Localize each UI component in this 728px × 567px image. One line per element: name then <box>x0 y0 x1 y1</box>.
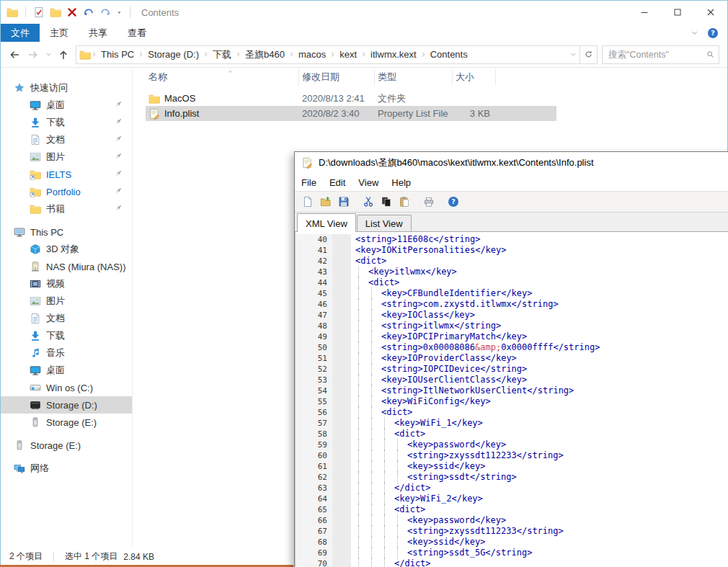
menu-Edit[interactable]: Edit <box>323 175 352 190</box>
sidebar-item-下载[interactable]: 下载 <box>1 327 132 344</box>
editor-tab-XML View[interactable]: XML View <box>297 213 356 232</box>
xml-text: </dict> <box>394 558 431 567</box>
fold-margin <box>332 537 351 548</box>
sidebar-item-下载[interactable]: 下载 <box>1 114 132 131</box>
toolbar-paste-button[interactable] <box>395 194 413 210</box>
toolbar-help-button[interactable] <box>444 194 462 210</box>
search-icon[interactable] <box>706 50 714 58</box>
breadcrumb-item[interactable]: 下载 <box>209 48 235 61</box>
explorer-titlebar: Contents <box>1 1 727 24</box>
sidebar-item-Storage (D:)[interactable]: Storage (D:) <box>1 396 132 414</box>
sidebar-item-Storage (E:)[interactable]: Storage (E:) <box>1 437 132 454</box>
folder-icon[interactable] <box>50 6 61 18</box>
menu-File[interactable]: File <box>295 175 323 190</box>
column-header-类型[interactable]: 类型 <box>375 69 453 85</box>
maximize-button[interactable] <box>661 1 694 24</box>
forward-button[interactable] <box>24 45 43 64</box>
ribbon-tab-文件[interactable]: 文件 <box>1 24 40 42</box>
minimize-icon <box>639 6 650 18</box>
sidebar-item-音乐[interactable]: 音乐 <box>1 344 132 362</box>
close-button[interactable] <box>694 1 727 24</box>
file-row-MacOS[interactable]: MacOS 2020/8/13 2:41 文件夹 <box>146 91 556 106</box>
line-number: 67 <box>296 526 332 537</box>
xml-text: <key>password</key> <box>407 439 506 450</box>
sidebar-item-Storage (E:)[interactable]: Storage (E:) <box>1 414 132 431</box>
file-modified: 2020/8/13 2:41 <box>299 93 375 104</box>
folder-link-icon <box>30 186 41 197</box>
column-header-大小[interactable]: 大小 <box>453 69 496 85</box>
sidebar-item-桌面[interactable]: 桌面 <box>1 97 132 114</box>
print-icon <box>423 196 435 207</box>
ribbon-tab-主页[interactable]: 主页 <box>40 24 79 42</box>
menu-Help[interactable]: Help <box>385 175 417 190</box>
ribbon-tab-共享[interactable]: 共享 <box>79 24 117 42</box>
caret-down-icon[interactable] <box>116 9 123 16</box>
ribbon-help-icon[interactable] <box>707 27 719 39</box>
toolbar-save-button[interactable] <box>334 194 352 210</box>
copy-icon <box>381 196 392 207</box>
up-button[interactable] <box>54 45 73 64</box>
redo-icon[interactable] <box>99 6 111 18</box>
xml-code-view[interactable]: 40<string>11E608c</string>41<key>IOKitPe… <box>295 232 728 567</box>
undo-icon[interactable] <box>83 6 94 18</box>
sidebar-item-书籍[interactable]: 书籍 <box>1 200 132 218</box>
sidebar-item-文档[interactable]: 文档 <box>1 131 132 148</box>
refresh-button[interactable] <box>580 45 598 64</box>
sidebar-item-图片[interactable]: 图片 <box>1 293 132 310</box>
ribbon-collapse-chevron-icon[interactable] <box>691 29 698 37</box>
toolbar-copy-button[interactable] <box>377 194 395 210</box>
sidebar-item-Portfolio[interactable]: Portfolio <box>1 183 132 200</box>
line-number: 63 <box>296 483 332 494</box>
chevron-right-icon <box>138 51 144 58</box>
column-header-名称[interactable]: 名称 <box>146 69 299 85</box>
back-button[interactable] <box>5 45 24 64</box>
breadcrumb-item[interactable]: macos <box>295 49 329 60</box>
sidebar-item-文档[interactable]: 文档 <box>1 310 132 327</box>
toolbar-open-button[interactable] <box>316 194 334 210</box>
line-number: 55 <box>296 396 332 407</box>
toolbar-new-doc-button[interactable] <box>298 194 316 210</box>
file-row-Info.plist[interactable]: Info.plist 2020/8/2 3:40 Property List F… <box>146 106 556 121</box>
sidebar-item-Win os (C:)[interactable]: Win os (C:) <box>1 379 132 396</box>
editor-tab-List View[interactable]: List View <box>357 215 412 232</box>
xml-text: <string>ssdt</string> <box>407 472 517 482</box>
folder-icon[interactable] <box>6 6 18 18</box>
xml-text: <string>com.zxystd.itlwmx</string> <box>381 299 559 309</box>
breadcrumb-item[interactable]: 圣旗b460 <box>241 48 288 61</box>
toolbar-cut-button[interactable] <box>359 194 377 210</box>
address-field[interactable]: This PCStorage (D:)下载圣旗b460macoskextitlw… <box>76 45 580 64</box>
search-box[interactable] <box>602 45 719 64</box>
xml-text: <key>WiFi_2</key> <box>394 494 483 504</box>
breadcrumb-item[interactable]: itlwmx.kext <box>367 49 420 60</box>
minimize-button[interactable] <box>628 1 661 24</box>
plist-file-icon <box>301 157 313 169</box>
column-header-修改日期[interactable]: 修改日期 <box>299 69 375 85</box>
sidebar-item-桌面[interactable]: 桌面 <box>1 362 132 379</box>
sidebar-item-NAS (Miura (NAS))[interactable]: NAS (Miura (NAS)) <box>1 258 132 275</box>
sidebar-item-视频[interactable]: 视频 <box>1 275 132 293</box>
sort-ascending-icon[interactable] <box>227 67 234 76</box>
sidebar-item-网络[interactable]: 网络 <box>1 460 132 477</box>
breadcrumb-item[interactable]: This PC <box>97 49 138 60</box>
xml-text: <key>ssid</key> <box>407 537 485 547</box>
sidebar-item-图片[interactable]: 图片 <box>1 148 132 166</box>
delete-x-icon[interactable] <box>66 6 78 18</box>
history-dropdown[interactable] <box>43 51 54 58</box>
toolbar-print-button[interactable] <box>420 194 438 210</box>
fold-margin <box>332 256 351 267</box>
sidebar-item-快速访问[interactable]: 快速访问 <box>1 79 132 97</box>
breadcrumb-item[interactable]: kext <box>336 49 360 60</box>
search-input[interactable] <box>607 49 706 61</box>
breadcrumb-item[interactable]: Storage (D:) <box>144 49 203 60</box>
sidebar-item-This PC[interactable]: This PC <box>1 223 132 241</box>
page-check-icon[interactable] <box>33 6 45 18</box>
code-line: 45<key>CFBundleIdentifier</key> <box>296 288 728 299</box>
xml-text: <dict> <box>381 407 412 417</box>
sidebar-item-3D 对象[interactable]: 3D 对象 <box>1 241 132 258</box>
menu-View[interactable]: View <box>352 175 385 190</box>
pin-icon <box>115 187 123 195</box>
breadcrumb-item[interactable]: Contents <box>427 49 471 60</box>
sidebar-item-IELTS[interactable]: IELTS <box>1 166 132 183</box>
ribbon-tab-查看[interactable]: 查看 <box>117 24 156 42</box>
address-dropdown-icon[interactable] <box>570 51 577 58</box>
